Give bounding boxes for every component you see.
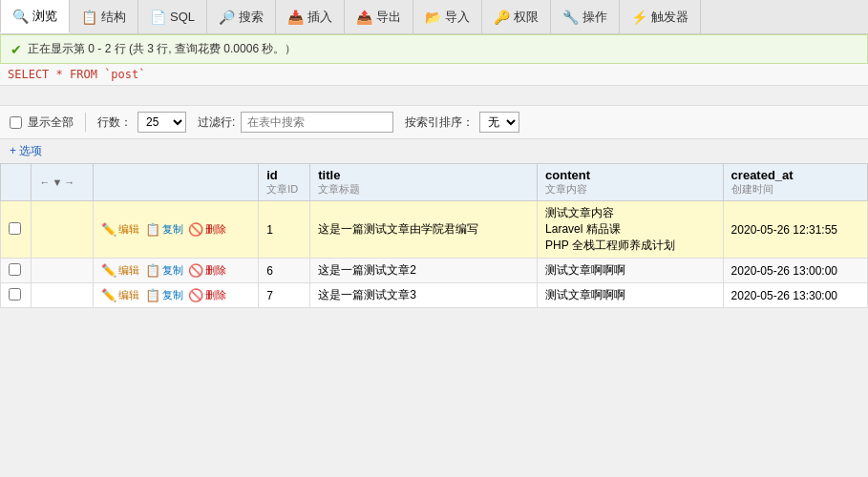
insert-icon: 📥 (287, 10, 304, 25)
nav-import[interactable]: 📂 导入 (413, 0, 482, 33)
table-row: ✏️ 编辑 📋 复制 🚫 删除 1 这是一篇测试文章由学院君编写 测试文章内容 … (1, 201, 868, 259)
edit-button[interactable]: ✏️ 编辑 (101, 222, 139, 237)
nav-browse-label: 浏览 (32, 8, 57, 25)
row-actions-cell: ✏️ 编辑 📋 复制 🚫 删除 (94, 259, 259, 283)
row-id-cell: 6 (259, 259, 310, 283)
row-created-cell: 2020-05-26 12:31:55 (723, 201, 867, 259)
row-count-select[interactable]: 25 50 100 (138, 112, 186, 133)
th-content-sub: 文章内容 (545, 182, 715, 197)
copy-icon: 📋 (145, 222, 160, 237)
th-select (1, 164, 32, 201)
delete-button[interactable]: 🚫 删除 (188, 288, 226, 302)
row-select-cell (1, 201, 32, 259)
export-icon: 📤 (356, 10, 372, 25)
table-row: ✏️ 编辑 📋 复制 🚫 删除 7 这是一篇测试文章3 测试文章啊啊啊 2020… (1, 283, 868, 308)
delete-button[interactable]: 🚫 删除 (188, 263, 226, 278)
nav-import-label: 导入 (445, 9, 470, 26)
filter-input[interactable] (241, 112, 393, 133)
nav-triggers-label: 触发器 (651, 9, 688, 26)
row-select-cell (1, 259, 32, 283)
spacer (0, 86, 868, 105)
add-option-link[interactable]: + 选项 (0, 139, 868, 163)
copy-button[interactable]: 📋 复制 (145, 222, 183, 237)
edit-button[interactable]: ✏️ 编辑 (101, 288, 139, 302)
nav-structure[interactable]: 📋 结构 (70, 0, 138, 33)
th-arrows: ← ▼ → (32, 164, 94, 201)
row-arrows-cell (32, 283, 94, 308)
copy-icon: 📋 (145, 263, 160, 278)
sort-arrows: ← ▼ → (39, 176, 85, 188)
search-icon: 🔎 (219, 10, 235, 25)
delete-label: 删除 (205, 222, 226, 237)
nav-insert[interactable]: 📥 插入 (276, 0, 345, 33)
edit-button[interactable]: ✏️ 编辑 (101, 263, 139, 278)
table-row: ✏️ 编辑 📋 复制 🚫 删除 6 这是一篇测试文章2 测试文章啊啊啊 2020… (1, 259, 868, 283)
table-header-row: ← ▼ → id 文章ID title 文章标题 content 文章内容 (1, 164, 868, 201)
nav-privileges-label: 权限 (514, 9, 539, 26)
row-title-cell: 这是一篇测试文章3 (310, 283, 538, 308)
th-content-main: content (545, 168, 590, 182)
browse-icon: 🔍 (12, 9, 29, 24)
triggers-icon: ⚡ (631, 10, 647, 25)
nav-operations[interactable]: 🔧 操作 (551, 0, 620, 33)
th-id-sub: 文章ID (266, 182, 302, 197)
nav-export[interactable]: 📤 导出 (345, 0, 413, 33)
copy-label: 复制 (162, 222, 183, 237)
nav-search-label: 搜索 (239, 9, 264, 26)
toolbar: 显示全部 行数： 25 50 100 过滤行: 按索引排序： 无 (0, 105, 868, 139)
row-id-cell: 7 (259, 283, 310, 308)
nav-privileges[interactable]: 🔑 权限 (482, 0, 551, 33)
row-title-cell: 这是一篇测试文章2 (310, 259, 538, 283)
arrow-right-icon[interactable]: → (64, 176, 74, 188)
show-all-checkbox[interactable] (10, 116, 22, 129)
status-bar: ✔ 正在显示第 0 - 2 行 (共 3 行, 查询花费 0.0006 秒。） (0, 34, 868, 64)
th-actions (94, 164, 259, 201)
th-title[interactable]: title 文章标题 (310, 164, 538, 201)
show-all-group: 显示全部 (10, 114, 74, 131)
data-table-wrapper: ← ▼ → id 文章ID title 文章标题 content 文章内容 (0, 163, 868, 308)
privileges-icon: 🔑 (494, 10, 510, 25)
nav-search[interactable]: 🔎 搜索 (207, 0, 276, 33)
th-title-sub: 文章标题 (318, 182, 529, 197)
row-select-cell (1, 283, 32, 308)
nav-operations-label: 操作 (582, 9, 607, 26)
row-content-cell: 测试文章啊啊啊 (538, 259, 724, 283)
nav-export-label: 导出 (376, 9, 401, 26)
delete-icon: 🚫 (188, 288, 203, 302)
th-created-sub: 创建时间 (731, 182, 859, 197)
row-checkbox[interactable] (9, 222, 21, 235)
sort-down-icon[interactable]: ▼ (52, 176, 62, 188)
th-created-at[interactable]: created_at 创建时间 (723, 164, 867, 201)
nav-insert-label: 插入 (307, 9, 332, 26)
row-created-cell: 2020-05-26 13:00:00 (723, 259, 867, 283)
row-checkbox[interactable] (9, 263, 21, 276)
nav-sql[interactable]: 📄 SQL (138, 0, 207, 33)
th-id-main: id (266, 168, 278, 182)
status-message: 正在显示第 0 - 2 行 (共 3 行, 查询花费 0.0006 秒。） (28, 41, 296, 57)
nav-sql-label: SQL (170, 10, 195, 24)
structure-icon: 📋 (81, 10, 97, 25)
delete-button[interactable]: 🚫 删除 (188, 222, 226, 237)
copy-label: 复制 (162, 263, 183, 278)
delete-icon: 🚫 (188, 222, 203, 237)
row-arrows-cell (32, 259, 94, 283)
th-created-main: created_at (731, 168, 794, 182)
toolbar-divider-1 (85, 113, 86, 132)
copy-button[interactable]: 📋 复制 (145, 263, 183, 278)
nav-browse[interactable]: 🔍 浏览 (0, 0, 70, 33)
copy-button[interactable]: 📋 复制 (145, 288, 183, 302)
edit-label: 编辑 (118, 288, 139, 302)
th-content[interactable]: content 文章内容 (538, 164, 724, 201)
nav-triggers[interactable]: ⚡ 触发器 (620, 0, 701, 33)
delete-icon: 🚫 (188, 263, 203, 278)
row-checkbox[interactable] (9, 288, 21, 301)
sort-label: 按索引排序： (405, 114, 474, 131)
pencil-icon: ✏️ (101, 263, 116, 278)
row-count-label: 行数： (97, 114, 132, 131)
row-actions-cell: ✏️ 编辑 📋 复制 🚫 删除 (94, 283, 259, 308)
th-id[interactable]: id 文章ID (259, 164, 310, 201)
arrow-left-icon[interactable]: ← (39, 176, 50, 188)
delete-label: 删除 (205, 263, 226, 278)
sort-select[interactable]: 无 (479, 112, 519, 133)
sort-group: 按索引排序： 无 (405, 112, 519, 133)
